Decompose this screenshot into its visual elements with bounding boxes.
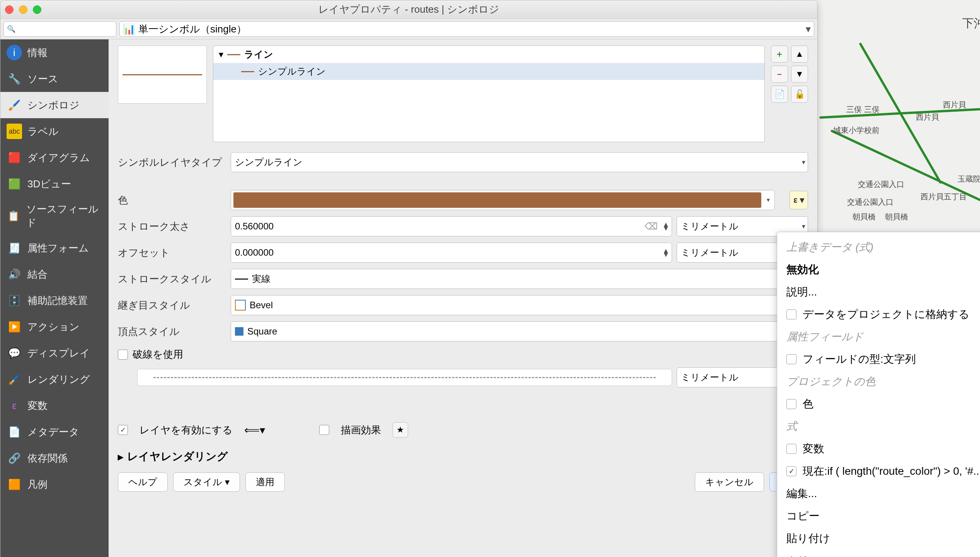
popup-clear[interactable]: クリア <box>777 550 980 557</box>
titlebar: レイヤプロパティ - routes | シンボロジ <box>0 0 817 19</box>
search-input[interactable]: 🔍 <box>3 21 116 37</box>
lock-button[interactable]: 🔓 <box>791 86 808 103</box>
nav-item-info[interactable]: i情報 <box>0 39 109 66</box>
nav-item-rendering[interactable]: 🖌️レンダリング <box>0 366 109 392</box>
nav-item-aux-storage[interactable]: 🗄️補助記憶装置 <box>0 287 109 314</box>
offset-input[interactable]: 0.000000▲▼ <box>231 243 672 263</box>
nav-label: 凡例 <box>27 478 48 491</box>
nav-item-joins[interactable]: 🔊結合 <box>0 261 109 287</box>
remove-layer-button[interactable]: － <box>771 66 788 83</box>
nav-item-attr-form[interactable]: 🧾属性フォーム <box>0 235 109 261</box>
map-label: 城東小学校前 <box>833 125 880 136</box>
tree-row-root[interactable]: ▾ライン <box>213 46 764 63</box>
popup-paste[interactable]: 貼り付け <box>777 527 980 550</box>
nav-item-source[interactable]: 🔧ソース <box>0 66 109 92</box>
color-data-defined-button[interactable]: ε ▾ <box>789 191 808 209</box>
square-cap-icon <box>235 327 243 336</box>
popup-header-override: 上書きデータ (式) <box>777 236 980 258</box>
window-minimize-button[interactable] <box>19 5 27 14</box>
search-icon: 🔍 <box>7 25 15 33</box>
brush-icon: 🖌️ <box>7 97 22 113</box>
render-icon: 🖌️ <box>7 372 22 387</box>
nav-item-metadata[interactable]: 📄メタデータ <box>0 419 109 445</box>
cap-style-label: 頂点スタイル <box>118 325 226 338</box>
symbol-layer-tree[interactable]: ▾ライン シンプルライン <box>213 46 765 142</box>
map-label: 三俣 三俣 <box>846 104 880 115</box>
draw-effect-checkbox[interactable] <box>319 425 329 435</box>
map-label: 交通公園入口 <box>847 197 893 207</box>
clear-icon[interactable]: ⌫ <box>645 221 658 232</box>
stroke-style-combo[interactable]: 実線▾ <box>231 269 808 289</box>
draw-effect-config-button[interactable]: ★ <box>393 422 408 438</box>
nav-item-symbology[interactable]: 🖌️シンボロジ <box>0 92 109 118</box>
unit-label: ミリメートル <box>681 220 738 233</box>
enable-layer-label: レイヤを有効にする <box>140 423 233 437</box>
popup-disable[interactable]: 無効化 <box>777 258 980 281</box>
layer-type-combo[interactable]: シンプルライン▾ <box>231 152 808 172</box>
popup-color[interactable]: 色▸ <box>777 393 980 415</box>
line-sample-icon <box>241 71 254 72</box>
window-close-button[interactable] <box>5 5 14 14</box>
move-up-button[interactable]: ▲ <box>791 46 808 63</box>
popup-current[interactable]: 現在:if ( length("route_color") > 0, '#... <box>777 460 980 482</box>
info-icon: i <box>7 45 22 60</box>
checkbox-icon <box>786 399 796 409</box>
popup-header-fields: 属性フィールド <box>777 326 980 348</box>
popup-variable[interactable]: 変数▸ <box>777 438 980 460</box>
nav-item-labels[interactable]: abcラベル <box>0 118 109 144</box>
layer-options-icon[interactable]: ⟸▾ <box>244 424 265 436</box>
layer-properties-dialog: レイヤプロパティ - routes | シンボロジ 🔍 📊 単一シンボル（sin… <box>0 0 818 557</box>
checkbox-icon <box>786 466 796 476</box>
symbol-mode-combo[interactable]: 📊 単一シンボル（single） ▾ <box>119 21 814 37</box>
window-zoom-button[interactable] <box>33 5 41 14</box>
apply-button[interactable]: 適用 <box>245 472 285 492</box>
nav-item-variables[interactable]: ε変数 <box>0 392 109 419</box>
cancel-button[interactable]: キャンセル <box>695 472 764 492</box>
enable-layer-checkbox[interactable] <box>118 425 128 435</box>
stroke-style-label: ストロークスタイル <box>118 272 226 286</box>
nav-item-source-fields[interactable]: 📋ソースフィールド <box>0 197 109 235</box>
join-style-combo[interactable]: Bevel▾ <box>231 295 808 315</box>
stroke-width-input[interactable]: 0.560000⌫▲▼ <box>231 216 672 236</box>
dash-pattern-preview[interactable] <box>137 369 672 386</box>
nav-item-diagrams[interactable]: 🟥ダイアグラム <box>0 144 109 171</box>
dep-icon: 🔗 <box>7 450 22 466</box>
nav-label: 依存関係 <box>27 452 68 465</box>
popup-copy[interactable]: コピー <box>777 505 980 527</box>
duplicate-layer-button[interactable]: 📄 <box>771 86 788 103</box>
nav-label: ダイアグラム <box>27 151 90 165</box>
display-icon: 💬 <box>7 345 22 361</box>
nav-item-legend[interactable]: 🟧凡例 <box>0 471 109 498</box>
cap-style-combo[interactable]: Square▾ <box>231 321 808 341</box>
solid-line-icon <box>235 278 248 280</box>
nav-item-display[interactable]: 💬ディスプレイ <box>0 340 109 366</box>
join-style-value: Bevel <box>250 300 273 311</box>
nav-label: 結合 <box>27 268 48 281</box>
popup-field-type[interactable]: フィールドの型:文字列▸ <box>777 348 980 370</box>
dash-label: 破線を使用 <box>133 348 183 361</box>
popup-edit[interactable]: 編集... <box>777 482 980 505</box>
spinner-icon[interactable]: ▲▼ <box>662 222 669 230</box>
popup-description[interactable]: 説明... <box>777 281 980 303</box>
nav-item-3dview[interactable]: 🟩3Dビュー <box>0 171 109 197</box>
color-picker[interactable] <box>231 190 775 210</box>
popup-store-project[interactable]: データをプロジェクトに格納する <box>777 303 980 326</box>
style-button[interactable]: スタイル ▾ <box>173 472 240 492</box>
add-layer-button[interactable]: ＋ <box>771 46 788 63</box>
map-label: 西片貝 <box>943 100 966 110</box>
tree-row-child[interactable]: シンプルライン <box>213 63 764 80</box>
map-label: 下沖町 <box>962 15 980 31</box>
chevron-down-icon: ▾ <box>806 23 811 35</box>
spinner-icon[interactable]: ▲▼ <box>662 249 669 256</box>
help-button[interactable]: ヘルプ <box>118 472 168 492</box>
cube-icon: 🟩 <box>7 176 22 192</box>
map-label: 交通公園入口 <box>858 179 904 190</box>
nav-item-dependencies[interactable]: 🔗依存関係 <box>0 445 109 471</box>
nav-item-actions[interactable]: ▶️アクション <box>0 314 109 340</box>
nav-label: シンボロジ <box>27 98 80 112</box>
draw-effect-label: 描画効果 <box>341 423 381 437</box>
symbol-preview <box>118 46 207 104</box>
layer-rendering-section[interactable]: ▸レイヤレンダリング <box>109 445 817 468</box>
move-down-button[interactable]: ▼ <box>791 66 808 83</box>
dash-checkbox[interactable] <box>118 350 128 360</box>
